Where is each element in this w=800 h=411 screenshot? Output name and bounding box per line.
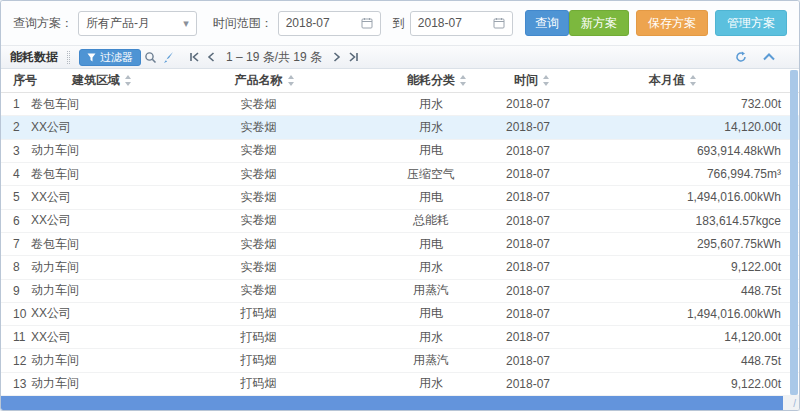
cell-product: 实卷烟: [161, 189, 356, 206]
column-label: 序号: [13, 72, 37, 89]
scroll-resize-grip: /: [793, 398, 796, 409]
table-row[interactable]: 3动力车间实卷烟用电2018-07693,914.48kWh: [1, 140, 799, 163]
table-row[interactable]: 7卷包车间实卷烟用电2018-07295,607.75kWh: [1, 233, 799, 256]
filter-button[interactable]: 过滤器: [79, 49, 141, 66]
cell-index: 9: [1, 284, 31, 298]
sort-icon[interactable]: [460, 75, 467, 86]
cell-value: 693,914.48kWh: [621, 144, 799, 158]
cell-category: 用电: [356, 236, 506, 253]
cell-category: 用蒸汽: [356, 352, 506, 369]
save-scheme-button[interactable]: 保存方案: [636, 10, 708, 36]
cell-index: 5: [1, 190, 31, 204]
cell-value: 1,494,016.00kWh: [621, 307, 799, 321]
cell-product: 实卷烟: [161, 96, 356, 113]
collapse-panel-icon[interactable]: [760, 48, 778, 66]
cell-time: 2018-07: [506, 167, 621, 181]
cell-product: 实卷烟: [161, 212, 356, 229]
cell-category: 用电: [356, 189, 506, 206]
prev-page-icon[interactable]: [207, 52, 215, 62]
sort-icon[interactable]: [288, 75, 295, 86]
cell-product: 打码烟: [161, 375, 356, 392]
cell-time: 2018-07: [506, 214, 621, 228]
table-row[interactable]: 11XX公司打码烟用水2018-0714,120.00t: [1, 326, 799, 349]
table-row[interactable]: 1卷包车间实卷烟用水2018-07732.00t: [1, 93, 799, 116]
manage-scheme-button[interactable]: 管理方案: [715, 10, 787, 36]
column-label: 本月值: [649, 72, 685, 89]
chevron-down-icon: ▾: [183, 17, 189, 30]
clear-filter-icon[interactable]: [159, 48, 177, 66]
table-row[interactable]: 2XX公司实卷烟用水2018-0714,120.00t: [1, 116, 799, 139]
cell-area: XX公司: [31, 189, 161, 206]
table-row[interactable]: 6XX公司实卷烟总能耗2018-07183,614.57kgce: [1, 210, 799, 233]
cell-category: 用水: [356, 96, 506, 113]
cell-category: 用电: [356, 305, 506, 322]
time-range-label: 时间范围：: [213, 15, 273, 32]
cell-time: 2018-07: [506, 237, 621, 251]
column-header-category[interactable]: 能耗分类: [362, 72, 512, 89]
table-row[interactable]: 13动力车间打码烟用水2018-079,122.00t: [1, 373, 799, 396]
column-header-value[interactable]: 本月值: [627, 72, 799, 89]
cell-category: 总能耗: [356, 212, 506, 229]
cell-product: 实卷烟: [161, 236, 356, 253]
cell-category: 用蒸汽: [356, 282, 506, 299]
next-page-icon[interactable]: [333, 52, 341, 62]
cell-value: 9,122.00t: [621, 260, 799, 274]
new-scheme-button[interactable]: 新方案: [569, 10, 629, 36]
cell-area: XX公司: [31, 329, 161, 346]
cell-value: 183,614.57kgce: [621, 214, 799, 228]
horizontal-scrollbar-track[interactable]: /: [1, 396, 799, 410]
refresh-icon[interactable]: [732, 48, 750, 66]
table-row[interactable]: 10XX公司打码烟用电2018-071,494,016.00kWh: [1, 303, 799, 326]
sort-icon[interactable]: [690, 75, 697, 86]
table-row[interactable]: 4卷包车间实卷烟压缩空气2018-07766,994.75m³: [1, 163, 799, 186]
date-from-input[interactable]: 2018-07: [278, 11, 381, 36]
last-page-icon[interactable]: [348, 52, 359, 62]
table-toolbar: 能耗数据 过滤器 1 – 19 条/共 19 条: [1, 46, 799, 69]
column-label: 建筑区域: [72, 72, 120, 89]
calendar-icon[interactable]: [361, 17, 373, 29]
date-to-input[interactable]: 2018-07: [410, 11, 513, 36]
scheme-select-value: 所有产品-月: [86, 15, 150, 32]
column-header-time[interactable]: 时间: [512, 72, 627, 89]
column-header-index: 序号: [1, 72, 37, 89]
table-row[interactable]: 9动力车间实卷烟用蒸汽2018-07448.75t: [1, 280, 799, 303]
sort-icon[interactable]: [543, 75, 550, 86]
cell-area: 卷包车间: [31, 236, 161, 253]
cell-category: 用水: [356, 119, 506, 136]
vertical-scrollbar-thumb[interactable]: [790, 70, 798, 395]
cell-product: 打码烟: [161, 329, 356, 346]
table-row[interactable]: 8动力车间实卷烟用水2018-079,122.00t: [1, 256, 799, 279]
cell-value: 14,120.00t: [621, 120, 799, 134]
panel-title: 能耗数据: [10, 49, 58, 66]
cell-category: 用电: [356, 142, 506, 159]
date-from-value: 2018-07: [286, 16, 330, 30]
query-bar: 查询方案： 所有产品-月 ▾ 时间范围： 2018-07 到 2018-07 查…: [1, 1, 799, 46]
cell-category: 用水: [356, 329, 506, 346]
cell-time: 2018-07: [506, 260, 621, 274]
search-icon[interactable]: [141, 48, 159, 66]
query-button[interactable]: 查询: [525, 10, 569, 36]
cell-time: 2018-07: [506, 284, 621, 298]
horizontal-scrollbar-thumb[interactable]: [1, 396, 783, 410]
vertical-scrollbar-track[interactable]: [790, 70, 798, 395]
table-row[interactable]: 12动力车间打码烟用蒸汽2018-07448.75t: [1, 349, 799, 372]
cell-value: 448.75t: [621, 354, 799, 368]
cell-time: 2018-07: [506, 377, 621, 391]
first-page-icon[interactable]: [189, 52, 200, 62]
cell-value: 766,994.75m³: [621, 167, 799, 181]
cell-time: 2018-07: [506, 97, 621, 111]
grip-divider: [67, 51, 70, 64]
pagination-info: 1 – 19 条/共 19 条: [226, 49, 322, 66]
app-window: 查询方案： 所有产品-月 ▾ 时间范围： 2018-07 到 2018-07 查…: [0, 0, 800, 411]
table-body: 1卷包车间实卷烟用水2018-07732.00t2XX公司实卷烟用水2018-0…: [1, 93, 799, 396]
cell-value: 295,607.75kWh: [621, 237, 799, 251]
column-header-area[interactable]: 建筑区域: [37, 72, 167, 89]
scheme-select[interactable]: 所有产品-月 ▾: [78, 11, 197, 36]
calendar-icon[interactable]: [493, 17, 505, 29]
to-label: 到: [393, 15, 405, 32]
cell-category: 用水: [356, 375, 506, 392]
sort-icon[interactable]: [125, 75, 132, 86]
column-header-product[interactable]: 产品名称: [167, 72, 362, 89]
table-row[interactable]: 5XX公司实卷烟用电2018-071,494,016.00kWh: [1, 186, 799, 209]
cell-area: 卷包车间: [31, 166, 161, 183]
